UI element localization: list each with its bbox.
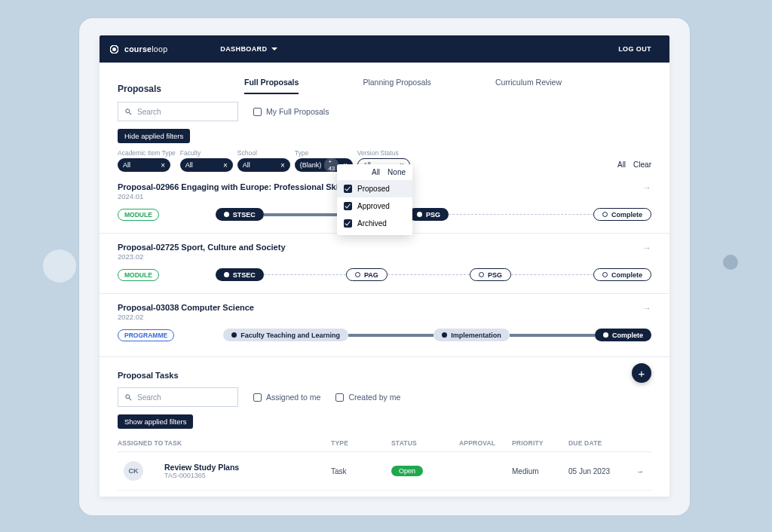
version-status-dropdown: All None Proposed Approved Archived (337, 164, 412, 235)
dropdown-item-approved[interactable]: Approved (337, 197, 412, 215)
proposal-title: Proposal-03038 Computer Science (118, 303, 651, 312)
tasks-search[interactable]: Search (118, 387, 238, 407)
proposal-sub: 2022.02 (118, 313, 651, 321)
search-icon (124, 108, 133, 116)
close-icon[interactable]: × (156, 161, 165, 170)
brand: courseloop (124, 44, 167, 54)
checkbox-icon (335, 393, 344, 402)
navbar: courseloop DASHBOARD LOG OUT (100, 35, 669, 63)
arrow-right-icon: → (642, 243, 651, 253)
tasks-search-placeholder: Search (137, 393, 161, 402)
proposals-search[interactable]: Search (118, 102, 238, 121)
task-row[interactable]: CK Review Study Plans TAS-0001365 Task O… (118, 452, 651, 491)
programme-tag: PROGRAMME (118, 329, 174, 341)
filter-type-label: Type (295, 149, 353, 157)
module-tag: MODULE (118, 209, 159, 221)
arrow-right-icon: → (642, 303, 651, 313)
proposal-sub: 2023.02 (118, 252, 651, 261)
workflow-node: Faculty Teaching and Learning (223, 329, 348, 341)
filter-school[interactable]: All × (237, 158, 290, 172)
workflow-node: Implementation (433, 329, 510, 341)
nav-dashboard[interactable]: DASHBOARD (220, 45, 277, 53)
proposals-search-placeholder: Search (137, 108, 161, 116)
assigned-to-me[interactable]: Assigned to me (253, 393, 320, 402)
device-button-left (43, 249, 76, 283)
check-icon (344, 185, 352, 193)
add-task-button[interactable]: + (632, 363, 651, 383)
dropdown-item-proposed[interactable]: Proposed (337, 180, 412, 197)
workflow-node: PAG (346, 268, 388, 281)
filter-faculty[interactable]: All × (180, 158, 233, 172)
proposal-card[interactable]: Proposal-02725 Sport, Culture and Societ… (100, 234, 669, 293)
proposal-card[interactable]: Proposal-03038 Computer Science → 2022.0… (100, 294, 669, 353)
workflow-node: PSG (409, 208, 449, 221)
workflow-node: PSG (470, 268, 511, 281)
filter-academic-label: Academic Item Type (118, 149, 176, 157)
dropdown-item-archived[interactable]: Archived (337, 215, 412, 232)
tab-full[interactable]: Full Proposals (244, 78, 299, 94)
status-badge: Open (391, 466, 423, 476)
task-row[interactable]: RD Please add Market Insight Information… (118, 491, 651, 497)
hide-filters-button[interactable]: Hide applied filters (118, 129, 190, 143)
my-full-proposals-label: My Full Proposals (266, 107, 329, 116)
filter-school-label: School (237, 149, 290, 157)
check-icon (344, 202, 352, 210)
screen: courseloop DASHBOARD LOG OUT Proposals F… (100, 35, 669, 497)
filter-version-label: Version Status (357, 149, 410, 157)
filter-faculty-label: Faculty (180, 149, 233, 157)
tasks-title: Proposal Tasks (118, 371, 651, 380)
dropdown-all[interactable]: All (372, 168, 380, 176)
check-icon (344, 219, 352, 228)
close-icon[interactable]: × (219, 161, 228, 170)
arrow-right-icon: → (636, 467, 651, 475)
filter-academic[interactable]: All × (118, 158, 170, 172)
workflow-node: STSEC (216, 268, 264, 281)
show-filters-button[interactable]: Show applied filters (118, 414, 193, 429)
task-name: Review Study Plans (164, 463, 331, 472)
filters-clear[interactable]: Clear (633, 161, 651, 169)
avatar: CK (124, 461, 143, 481)
workflow-node: STSEC (216, 208, 264, 221)
tab-review[interactable]: Curriculum Review (495, 78, 562, 94)
checkbox-icon (253, 108, 262, 116)
logo-icon (109, 44, 120, 55)
created-by-me[interactable]: Created by me (335, 393, 400, 402)
tab-planning[interactable]: Planning Proposals (363, 78, 430, 94)
arrow-right-icon: → (642, 182, 651, 193)
brand-a: course (124, 44, 152, 54)
close-icon[interactable]: × (276, 161, 285, 170)
proposal-title: Proposal-02725 Sport, Culture and Societ… (118, 243, 651, 252)
device-button-right (723, 255, 738, 270)
tabs: Full Proposals Planning Proposals Curric… (244, 78, 651, 94)
search-icon (124, 393, 133, 402)
workflow-node: Complete (595, 329, 651, 341)
content: Proposals Full Proposals Planning Propos… (100, 63, 669, 497)
brand-b: loop (152, 44, 167, 54)
module-tag: MODULE (118, 269, 159, 281)
my-full-proposals[interactable]: My Full Proposals (253, 107, 329, 116)
tasks-header: ASSIGNED TO TASK TYPE STATUS APPROVAL PR… (118, 429, 651, 452)
page-title: Proposals (118, 84, 161, 94)
nav-logout[interactable]: LOG OUT (618, 45, 651, 53)
chevron-down-icon (271, 47, 277, 50)
workflow-node: Complete (593, 268, 651, 281)
task-id: TAS-0001365 (164, 472, 331, 479)
dropdown-none[interactable]: None (388, 168, 406, 176)
nav-dashboard-label: DASHBOARD (220, 45, 267, 53)
workflow-node: Complete (593, 208, 651, 221)
checkbox-icon (253, 393, 262, 402)
filters-all[interactable]: All (617, 161, 626, 169)
